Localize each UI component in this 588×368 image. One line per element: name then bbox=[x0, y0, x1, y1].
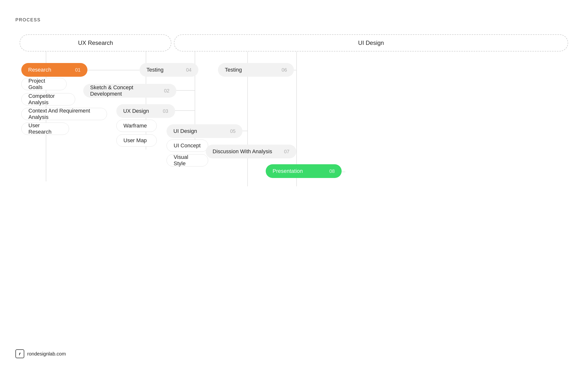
testing06-label: Testing bbox=[225, 67, 242, 73]
testing06-pill[interactable]: Testing 06 bbox=[218, 63, 294, 77]
ui-design-pill[interactable]: UI Design 05 bbox=[167, 124, 242, 138]
testing04-num: 04 bbox=[186, 67, 192, 73]
research-pill[interactable]: Research 01 bbox=[21, 63, 87, 77]
visual-style-label: Visual Style bbox=[174, 154, 201, 167]
user-research-label: User Research bbox=[28, 122, 62, 135]
user-research-pill[interactable]: User Research bbox=[21, 123, 69, 135]
brand-logo: r bbox=[15, 349, 24, 358]
testing04-pill[interactable]: Testing 04 bbox=[140, 63, 198, 77]
discussion-pill[interactable]: Discussion With Analysis 07 bbox=[206, 145, 296, 158]
presentation-num: 08 bbox=[329, 168, 335, 174]
ux-design-label: UX Design bbox=[123, 108, 149, 114]
user-map-pill[interactable]: User Map bbox=[116, 134, 157, 147]
footer-url: rondesignlab.com bbox=[27, 351, 66, 357]
footer: r rondesignlab.com bbox=[15, 349, 66, 358]
project-goals-label: Project Goals bbox=[28, 78, 60, 90]
research-num: 01 bbox=[75, 67, 81, 73]
ui-concept-pill[interactable]: UI Concept bbox=[167, 140, 208, 152]
presentation-label: Presentation bbox=[273, 168, 303, 174]
research-label: Research bbox=[28, 67, 51, 73]
warframe-label: Warframe bbox=[123, 123, 147, 129]
page-title: PROCESS bbox=[15, 17, 41, 23]
ui-concept-label: UI Concept bbox=[174, 142, 201, 149]
visual-style-pill[interactable]: Visual Style bbox=[167, 154, 208, 166]
category-ui-label: UI Design bbox=[358, 39, 384, 46]
competitor-analysis-pill[interactable]: Competitor Analysis bbox=[21, 93, 75, 105]
project-goals-pill[interactable]: Project Goals bbox=[21, 78, 67, 90]
presentation-pill[interactable]: Presentation 08 bbox=[266, 164, 342, 178]
ui-design-label: UI Design bbox=[173, 128, 197, 134]
ux-design-num: 03 bbox=[163, 108, 168, 114]
discussion-label: Discussion With Analysis bbox=[213, 148, 272, 155]
category-ui-box: UI Design bbox=[174, 34, 568, 51]
ui-design-num: 05 bbox=[230, 128, 236, 134]
sketch-label: Sketch & Concept Development bbox=[90, 84, 160, 97]
ux-design-pill[interactable]: UX Design 03 bbox=[116, 104, 175, 118]
testing04-label: Testing bbox=[146, 67, 164, 73]
context-req-label: Context And Requirement Analysis bbox=[28, 108, 100, 120]
sketch-pill[interactable]: Sketch & Concept Development 02 bbox=[83, 84, 176, 98]
discussion-num: 07 bbox=[284, 149, 289, 154]
category-ux-label: UX Research bbox=[78, 39, 113, 46]
category-ux-box: UX Research bbox=[20, 34, 171, 51]
competitor-analysis-label: Competitor Analysis bbox=[28, 93, 68, 106]
user-map-label: User Map bbox=[123, 137, 147, 144]
context-req-pill[interactable]: Context And Requirement Analysis bbox=[21, 108, 107, 120]
warframe-pill[interactable]: Warframe bbox=[116, 120, 157, 132]
testing06-num: 06 bbox=[282, 67, 287, 73]
sketch-num: 02 bbox=[164, 88, 169, 94]
